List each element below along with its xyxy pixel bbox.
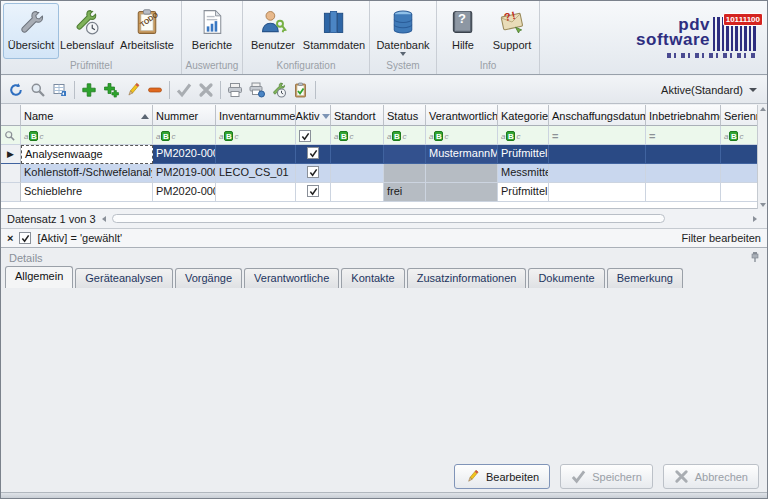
ribbon-button-uebersicht[interactable]: Übersicht [3,3,59,59]
scroll-left-icon[interactable] [102,216,106,222]
pruefung-button[interactable] [268,79,290,101]
cell-status[interactable]: frei [384,183,426,202]
cell-inventarnummer[interactable] [216,183,296,202]
remove-filter-button[interactable]: × [7,232,13,244]
cell-nummer[interactable]: PM2019-0007 [153,164,216,183]
table-row[interactable]: ▶ Analysenwaage PM2020-0001 MustermannM … [1,145,759,164]
vertical-scrollbar[interactable] [757,105,767,209]
cell-inventarnummer[interactable] [216,145,296,164]
column-header-nummer[interactable]: Nummer [153,105,216,126]
protocol-button[interactable] [290,79,312,101]
scroll-up-icon[interactable] [760,107,766,111]
delete-button[interactable] [144,79,166,101]
column-header-status[interactable]: Status [384,105,426,126]
column-header-seriennummer[interactable]: Seriennummer [721,105,759,126]
cell-seriennummer[interactable] [721,164,759,183]
cell-aktiv[interactable] [296,164,331,183]
print-settings-button[interactable] [246,79,268,101]
table-row[interactable]: Kohlenstoff-/Schwefelanalysator PM2019-0… [1,164,759,183]
search-button[interactable] [27,79,49,101]
scroll-down-icon[interactable] [760,203,766,207]
ribbon-button-stammdaten[interactable]: Stammdaten [301,3,367,59]
scroll-right-icon[interactable] [753,216,757,222]
cell-verantwortlich[interactable] [426,164,498,183]
view-selector-dropdown[interactable]: Aktive(Standard) [655,82,763,98]
column-header-inbetriebnahme[interactable]: Inbetriebnahme [646,105,721,126]
column-header-standort[interactable]: Standort [331,105,384,126]
filter-cell-inventarnummer[interactable]: aBc [216,126,296,145]
tab-bemerkung[interactable]: Bemerkung [607,268,683,288]
column-header-kategorie[interactable]: Kategorie [498,105,549,126]
ribbon-button-lebenslauf[interactable]: Lebenslauf [59,3,115,59]
add-button[interactable] [78,79,100,101]
edit-button[interactable] [122,79,144,101]
filter-cell-inbetriebnahme[interactable]: = [646,126,721,145]
export-button[interactable] [49,79,71,101]
cell-nummer[interactable]: PM2020-0003 [153,183,216,202]
ribbon-button-benutzer[interactable]: Benutzer [245,3,301,59]
filter-cell-status[interactable]: aBc [384,126,426,145]
cell-inbetriebnahme[interactable] [646,145,721,164]
filter-cell-anschaffungsdatum[interactable]: = [549,126,646,145]
cell-standort[interactable] [331,183,384,202]
column-header-inventarnummer[interactable]: Inventarnummer [216,105,296,126]
add-copy-button[interactable] [100,79,122,101]
cell-kategorie[interactable]: Prüfmittel [498,183,549,202]
filter-edit-link[interactable]: Filter bearbeiten [682,232,762,244]
filter-cell-aktiv[interactable] [296,126,331,145]
filter-cell-standort[interactable]: aBc [331,126,384,145]
ribbon-button-berichte[interactable]: Berichte [184,3,240,59]
tab-verantwortliche[interactable]: Verantwortliche [244,268,339,288]
cell-seriennummer[interactable] [721,183,759,202]
cell-inventarnummer[interactable]: LECO_CS_01 [216,164,296,183]
apply-button[interactable] [173,79,195,101]
cell-anschaffungsdatum[interactable] [549,145,646,164]
cell-anschaffungsdatum[interactable] [549,164,646,183]
refresh-button[interactable] [5,79,27,101]
tab-dokumente[interactable]: Dokumente [528,268,604,288]
tab-vorgaenge[interactable]: Vorgänge [175,268,242,288]
cell-kategorie[interactable]: Prüfmittel [498,145,549,164]
cell-seriennummer[interactable] [721,145,759,164]
filter-cell-verantwortlich[interactable]: aBc [426,126,498,145]
column-header-name[interactable]: Name [21,105,153,126]
cell-name[interactable]: Kohlenstoff-/Schwefelanalysator [21,164,153,183]
filter-cell-kategorie[interactable]: aBc [498,126,549,145]
ribbon-button-arbeitsliste[interactable]: TODO Arbeitsliste [115,3,179,59]
filter-cell-nummer[interactable]: aBc [153,126,216,145]
cell-standort[interactable] [331,145,384,164]
speichern-button[interactable]: Speichern [560,464,653,489]
filter-enabled-checkbox[interactable] [19,232,31,244]
tab-geraeteanalysen[interactable]: Geräteanalysen [75,268,173,288]
filter-cell-name[interactable]: aBc [21,126,153,145]
cell-verantwortlich[interactable] [426,183,498,202]
pin-icon[interactable] [749,251,761,265]
tab-zusatzinformationen[interactable]: Zusatzinformationen [407,268,527,288]
table-row[interactable]: Schieblehre PM2020-0003 frei Prüfmittel [1,183,759,202]
tab-kontakte[interactable]: Kontakte [341,268,404,288]
cancel-button[interactable] [195,79,217,101]
ribbon-button-datenbank[interactable]: Datenbank [372,3,434,59]
ribbon-button-hilfe[interactable]: ? Hilfe [439,3,487,59]
cell-inbetriebnahme[interactable] [646,183,721,202]
abbrechen-button[interactable]: Abbrechen [663,464,759,489]
cell-name[interactable]: Schieblehre [21,183,153,202]
cell-status[interactable] [384,164,426,183]
print-button[interactable] [224,79,246,101]
cell-status[interactable] [384,145,426,164]
cell-name[interactable]: Analysenwaage [21,145,153,164]
horizontal-scrollbar-thumb[interactable] [112,214,665,223]
cell-standort[interactable] [331,164,384,183]
cell-inbetriebnahme[interactable] [646,164,721,183]
cell-kategorie[interactable]: Messmittel [498,164,549,183]
tab-allgemein[interactable]: Allgemein [5,266,73,288]
ribbon-button-support[interactable]: ?! Support [487,3,537,59]
cell-aktiv[interactable] [296,145,331,164]
cell-verantwortlich[interactable]: MustermannM [426,145,498,164]
bearbeiten-button[interactable]: Bearbeiten [454,464,550,489]
cell-aktiv[interactable] [296,183,331,202]
column-header-verantwortlich[interactable]: Verantwortlich [426,105,498,126]
column-header-anschaffungsdatum[interactable]: Anschaffungsdatum [549,105,646,126]
cell-anschaffungsdatum[interactable] [549,183,646,202]
cell-nummer[interactable]: PM2020-0001 [153,145,216,164]
